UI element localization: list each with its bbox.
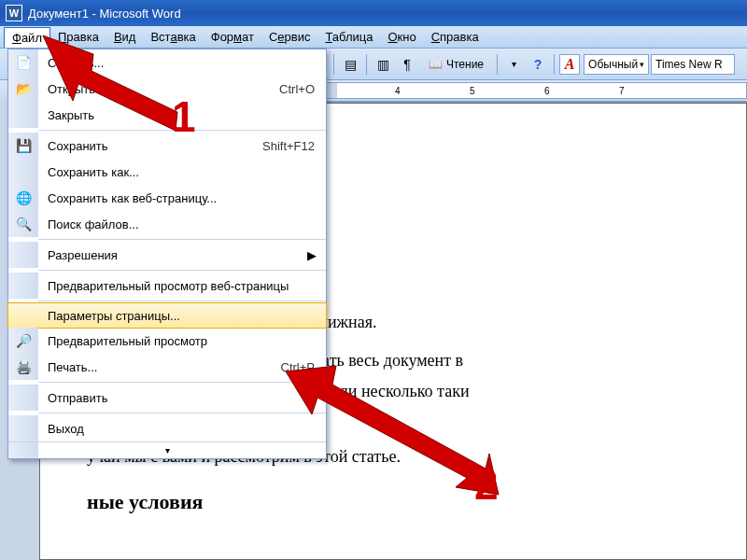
menu-expand-button[interactable]: ▾ <box>8 441 326 458</box>
toolbar-separator <box>497 54 498 75</box>
menu-separator <box>38 382 326 383</box>
blank-icon <box>8 273 38 299</box>
blank-icon <box>8 102 38 128</box>
doc-map-icon[interactable]: ▥ <box>372 53 394 76</box>
word-app-icon: W <box>6 5 22 21</box>
menu-item-label: Предварительный просмотр <box>38 334 326 348</box>
font-style-icon[interactable]: A <box>559 54 580 75</box>
reading-label: Чтение <box>446 58 484 71</box>
menu-item-label: Сохранить как... <box>38 165 326 179</box>
menu-item-сохранить-как[interactable]: Сохранить как... <box>8 159 326 185</box>
title-bar: W Документ1 - Microsoft Word <box>0 0 747 26</box>
save-icon: 💾 <box>8 133 38 159</box>
menu-insert[interactable]: Вставка <box>143 27 203 47</box>
toolbar-separator <box>333 54 334 75</box>
menu-item-отправить[interactable]: Отправить▶ <box>8 385 326 411</box>
menu-item-печать[interactable]: 🖨️Печать...Ctrl+P <box>8 354 326 380</box>
menu-item-предварительный-просмотр-веб-страницы[interactable]: Предварительный просмотр веб-страницы <box>8 273 326 299</box>
menu-item-сохранить-как-веб-страницу[interactable]: 🌐Сохранить как веб-страницу... <box>8 185 326 211</box>
menu-item-label: Предварительный просмотр веб-страницы <box>38 279 326 293</box>
print-icon: 🖨️ <box>8 354 38 380</box>
submenu-arrow-icon: ▶ <box>307 391 326 405</box>
columns-icon[interactable]: ▤ <box>339 53 361 76</box>
menu-item-label: Печать... <box>38 360 281 374</box>
menu-item-label: Сохранить как веб-страницу... <box>38 191 326 205</box>
menu-item-label: Выход <box>38 422 326 436</box>
save-web-icon: 🌐 <box>8 185 38 211</box>
menu-item-label: Разрешения <box>38 248 307 262</box>
file-menu-dropdown: 📄Создать...📂Открыть...Ctrl+OЗакрыть💾Сохр… <box>7 49 327 459</box>
open-icon: 📂 <box>8 76 38 102</box>
menu-separator <box>38 270 326 271</box>
menu-item-создать[interactable]: 📄Создать... <box>8 49 326 76</box>
menu-item-предварительный-просмотр[interactable]: 🔎Предварительный просмотр <box>8 328 326 354</box>
toolbar-separator <box>554 54 555 75</box>
font-selector[interactable]: Times New R <box>651 54 735 75</box>
menu-separator <box>38 301 326 301</box>
window-title: Документ1 - Microsoft Word <box>28 7 181 21</box>
menu-edit[interactable]: Правка <box>50 27 106 47</box>
doc-heading: ные условия <box>87 485 709 518</box>
menu-separator <box>38 239 326 240</box>
paragraph-marks-icon[interactable]: ¶ <box>396 53 418 76</box>
menu-file[interactable]: Файл <box>4 27 50 48</box>
menu-shortcut: Ctrl+O <box>279 82 326 96</box>
submenu-arrow-icon: ▶ <box>307 248 326 262</box>
menu-shortcut: Ctrl+P <box>281 360 326 374</box>
menu-item-открыть[interactable]: 📂Открыть...Ctrl+O <box>8 76 326 102</box>
menu-item-выход[interactable]: Выход <box>8 415 326 441</box>
menu-view[interactable]: Вид <box>106 27 144 47</box>
style-selector[interactable]: Обычный ▾ <box>584 54 649 75</box>
menu-item-поиск-файлов[interactable]: 🔍Поиск файлов... <box>8 211 326 237</box>
menu-shortcut: Shift+F12 <box>262 139 326 153</box>
menu-item-label: Открыть... <box>38 82 279 96</box>
new-icon: 📄 <box>8 49 38 76</box>
menu-item-label: Поиск файлов... <box>38 217 326 231</box>
menu-item-label: Параметры страницы... <box>38 309 326 323</box>
annotation-number-1: 1 <box>172 91 196 142</box>
reading-layout-button[interactable]: 📖 Чтение <box>420 53 492 76</box>
blank-icon <box>8 303 38 328</box>
blank-icon <box>8 242 38 268</box>
menu-table[interactable]: Таблица <box>317 27 380 47</box>
blank-icon <box>8 415 38 441</box>
menu-item-разрешения[interactable]: Разрешения▶ <box>8 242 326 268</box>
menu-help[interactable]: Справка <box>424 27 486 47</box>
menu-item-label: Сохранить <box>38 139 262 153</box>
blank-icon <box>8 385 38 411</box>
menu-item-параметры-страницы[interactable]: Параметры страницы... <box>7 302 327 329</box>
blank-icon <box>8 159 38 185</box>
zoom-dropdown-icon[interactable]: ▾ <box>502 53 525 76</box>
menu-item-label: Отправить <box>38 391 307 405</box>
help-icon[interactable]: ? <box>527 53 549 76</box>
menu-window[interactable]: Окно <box>380 27 423 47</box>
chevron-down-icon: ▾ <box>640 60 644 69</box>
book-icon: 📖 <box>429 58 443 71</box>
menu-separator <box>38 413 326 413</box>
toolbar-separator <box>366 54 367 75</box>
annotation-number-2: 2 <box>474 459 499 510</box>
menu-bar: Файл Правка Вид Вставка Формат Сервис Та… <box>0 26 747 49</box>
menu-item-закрыть[interactable]: Закрыть <box>8 102 326 128</box>
menu-item-label: Создать... <box>38 56 326 70</box>
preview-icon: 🔎 <box>8 328 38 354</box>
menu-item-сохранить[interactable]: 💾СохранитьShift+F12 <box>8 133 326 159</box>
menu-format[interactable]: Формат <box>204 27 261 47</box>
search-file-icon: 🔍 <box>8 211 38 237</box>
menu-tools[interactable]: Сервис <box>261 27 318 47</box>
